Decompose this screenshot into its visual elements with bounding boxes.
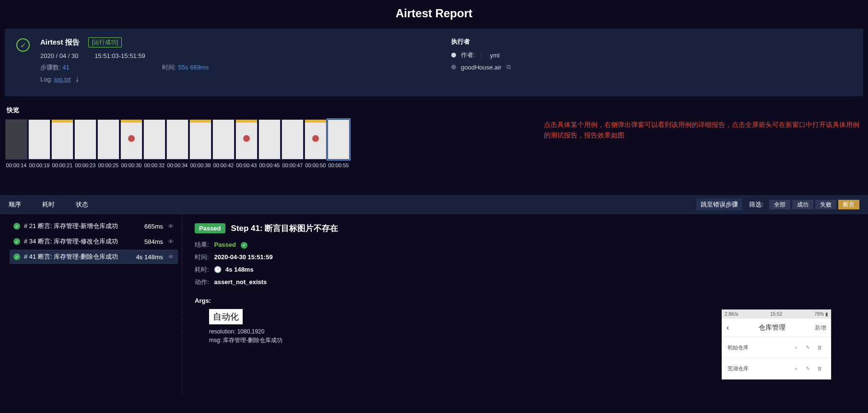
steps-count[interactable]: 41 bbox=[62, 64, 69, 71]
thumbnail-time: 00:00:14 bbox=[5, 162, 28, 168]
thumbnail[interactable]: 00:00:42 bbox=[212, 119, 235, 168]
tab-elapsed[interactable]: 耗时 bbox=[42, 200, 55, 209]
filter-chip[interactable]: 成功 bbox=[792, 200, 813, 209]
thumbnail-image bbox=[189, 119, 211, 160]
thumbnail-image bbox=[51, 119, 73, 160]
thumbnail-image bbox=[5, 119, 27, 160]
author-label: 作者: bbox=[461, 51, 481, 59]
annotation-text: 点击具体某个用例，右侧弹出弹窗可以看到该用例的详细报告，点击全屏箭头可在新窗口中… bbox=[544, 119, 860, 141]
step-name: # 21 断言: 库存管理-新增仓库成功 bbox=[24, 222, 144, 230]
thumbnail-image bbox=[120, 119, 142, 160]
thumbnail-time: 00:00:43 bbox=[235, 162, 258, 168]
thumbnail-time: 00:00:38 bbox=[189, 162, 212, 168]
eye-icon[interactable]: 👁 bbox=[168, 238, 174, 245]
thumbnail[interactable]: 00:00:19 bbox=[28, 119, 51, 168]
thumbnail-time: 00:00:21 bbox=[51, 162, 74, 168]
device-list-row: 初始仓库 ＋ ✎ 🗑 bbox=[722, 337, 831, 358]
step-list-panel: ✓ # 21 断言: 库存管理-新增仓库成功 665ms 👁 ✓ # 34 断言… bbox=[0, 214, 182, 394]
thumbnail-time: 00:00:34 bbox=[166, 162, 189, 168]
action-value: assert_not_exists bbox=[214, 278, 267, 286]
eye-icon[interactable]: 👁 bbox=[168, 223, 174, 230]
run-date: 2020 / 04 / 30 bbox=[40, 52, 79, 59]
args-title: Args: bbox=[195, 297, 856, 304]
clock-icon: 🕒 bbox=[214, 266, 222, 273]
thumbnail-image bbox=[235, 119, 258, 160]
run-time-range: 15:51:03-15:51:59 bbox=[94, 52, 145, 59]
thumbnail[interactable]: 00:00:50 bbox=[304, 119, 327, 168]
thumbnail-image bbox=[166, 119, 188, 160]
thumbnail[interactable]: 00:00:34 bbox=[166, 119, 189, 168]
time-value: 2020-04-30 15:51:59 bbox=[214, 253, 272, 261]
device-status-right: 78% ▮ bbox=[814, 311, 828, 317]
elapsed-value: 4s 148ms bbox=[225, 266, 254, 273]
thumbnail-image bbox=[328, 119, 350, 160]
executor-title: 执行者 bbox=[451, 37, 852, 46]
duration-label: 时间: bbox=[162, 64, 176, 71]
device-back-icon: ‹ bbox=[727, 323, 729, 332]
thumbnail[interactable]: 00:00:32 bbox=[143, 119, 166, 168]
step-name: # 34 断言: 库存管理-修改仓库成功 bbox=[24, 237, 144, 246]
check-icon: ✓ bbox=[241, 242, 247, 249]
args-tag: 自动化 bbox=[209, 309, 243, 324]
thumbnail-image bbox=[212, 119, 235, 160]
step-list-row[interactable]: ✓ # 34 断言: 库存管理-修改仓库成功 584ms 👁 bbox=[10, 234, 178, 249]
thumbnail[interactable]: 00:00:14 bbox=[5, 119, 28, 168]
thumbnail[interactable]: 00:00:38 bbox=[189, 119, 212, 168]
thumbnail-time: 00:00:45 bbox=[258, 162, 281, 168]
check-icon: ✓ bbox=[13, 223, 20, 229]
device-row-name: 初始仓库 bbox=[727, 344, 749, 351]
thumbnail-time: 00:00:42 bbox=[212, 162, 235, 168]
eye-icon[interactable]: 👁 bbox=[168, 253, 174, 261]
thumbnail-image bbox=[28, 119, 50, 160]
step-tabs-bar: 顺序 耗时 状态 跳至错误步骤 筛选: 全部成功失败断言 bbox=[0, 195, 868, 214]
thumbnail[interactable]: 00:00:30 bbox=[120, 119, 143, 168]
thumbnail-image bbox=[97, 119, 119, 160]
duration-value: 55s 669ms bbox=[178, 64, 209, 71]
page-title: Airtest Report bbox=[0, 0, 868, 29]
step-detail-panel: Passed Step 41: 断言目标图片不存在 结果: Passed ✓ 时… bbox=[182, 214, 868, 394]
device-status-left: 2.8K/s bbox=[725, 311, 738, 317]
log-link[interactable]: log.txt bbox=[54, 76, 71, 83]
thumbnail[interactable]: 00:00:55 bbox=[327, 119, 350, 168]
step-time: 4s 148ms bbox=[136, 253, 163, 261]
result-label: 结果: bbox=[195, 241, 209, 248]
success-icon: ✓ bbox=[16, 38, 30, 52]
filter-chip[interactable]: 全部 bbox=[769, 200, 790, 209]
bullet-icon bbox=[451, 65, 456, 69]
jump-to-error-button[interactable]: 跳至错误步骤 bbox=[696, 199, 742, 210]
step-list-row[interactable]: ✓ # 21 断言: 库存管理-新增仓库成功 665ms 👁 bbox=[10, 219, 178, 233]
thumbnail-image bbox=[143, 119, 165, 160]
thumbnail[interactable]: 00:00:25 bbox=[97, 119, 120, 168]
copy-icon[interactable]: ⧉ bbox=[506, 63, 511, 71]
report-name: Airtest 报告 bbox=[40, 38, 80, 47]
script-name: goodHouse.air bbox=[461, 64, 502, 71]
device-list-row: 芜湖仓库 ＋ ✎ 🗑 bbox=[722, 358, 831, 379]
device-row-name: 芜湖仓库 bbox=[727, 365, 749, 372]
thumbnail-image bbox=[282, 119, 304, 160]
step-list-row[interactable]: ✓ # 41 断言: 库存管理-删除仓库成功 4s 148ms 👁 bbox=[10, 250, 178, 264]
elapsed-label: 耗时: bbox=[195, 266, 209, 273]
thumbnail-image bbox=[305, 119, 327, 160]
thumbnail-time: 00:00:23 bbox=[74, 162, 97, 168]
thumbnail[interactable]: 00:00:23 bbox=[74, 119, 97, 168]
thumbnail-time: 00:00:32 bbox=[143, 162, 166, 168]
thumbnail[interactable]: 00:00:47 bbox=[281, 119, 304, 168]
filter-chip[interactable]: 断言 bbox=[838, 200, 859, 209]
thumbnail[interactable]: 00:00:45 bbox=[258, 119, 281, 168]
filter-chip[interactable]: 失败 bbox=[815, 200, 836, 209]
thumbnail[interactable]: 00:00:43 bbox=[235, 119, 258, 168]
tab-status[interactable]: 状态 bbox=[76, 200, 88, 209]
step-time: 665ms bbox=[144, 223, 163, 230]
device-nav-title: 仓库管理 bbox=[759, 323, 786, 332]
device-status-mid: 15:52 bbox=[770, 311, 782, 317]
thumbnail-image bbox=[258, 119, 281, 160]
tab-order[interactable]: 顺序 bbox=[9, 200, 21, 209]
action-label: 动作: bbox=[195, 278, 209, 286]
thumbnail-image bbox=[74, 119, 96, 160]
step-time: 584ms bbox=[144, 238, 163, 245]
args-resolution: resolution: 1080,1920 bbox=[209, 327, 282, 336]
thumbnail-time: 00:00:50 bbox=[304, 162, 327, 168]
thumbnail[interactable]: 00:00:21 bbox=[51, 119, 74, 168]
download-icon[interactable]: ⭳ bbox=[74, 76, 81, 83]
thumbnail-time: 00:00:55 bbox=[327, 162, 350, 168]
